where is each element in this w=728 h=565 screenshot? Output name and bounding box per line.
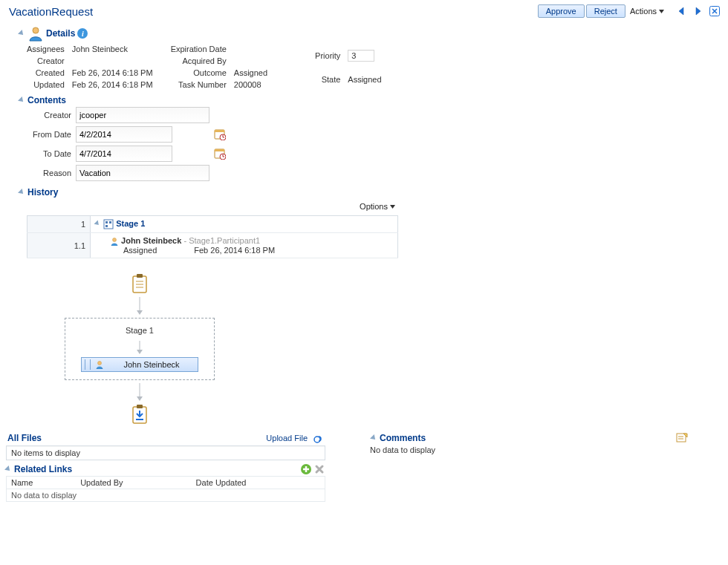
info-icon[interactable]: i <box>77 28 88 39</box>
svg-point-2 <box>33 27 39 33</box>
add-icon[interactable] <box>300 463 312 475</box>
reason-input[interactable] <box>76 165 209 181</box>
tasknum-value: 200008 <box>234 80 267 89</box>
reject-button[interactable]: Reject <box>586 4 625 18</box>
chevron-down-icon <box>390 205 395 209</box>
contents-title: Contents <box>27 95 66 105</box>
svg-rect-16 <box>137 274 143 278</box>
participant-name: John Steinbeck <box>121 236 181 245</box>
created-value: Feb 26, 2014 6:18 PM <box>72 68 153 77</box>
contents-twisty[interactable] <box>18 97 25 104</box>
flow-person-box[interactable]: John Steinbeck <box>81 357 198 372</box>
history-title: History <box>27 187 58 197</box>
outcome-label: Outcome <box>171 68 227 77</box>
row-twisty[interactable] <box>94 221 101 227</box>
col-name[interactable]: Name <box>7 477 77 489</box>
actions-menu[interactable]: Actions <box>627 5 667 17</box>
history-row[interactable]: 1 Stage 1 <box>27 216 398 233</box>
details-title: Details <box>46 28 75 39</box>
related-twisty[interactable] <box>4 466 12 473</box>
flow-stage-label: Stage 1 <box>126 326 154 335</box>
c-creator-label: Creator <box>27 111 71 120</box>
action-bar: Approve Reject Actions <box>538 4 722 18</box>
person-icon <box>110 237 119 246</box>
svg-rect-13 <box>105 225 108 227</box>
arrow-down-icon <box>136 297 143 315</box>
svg-marker-26 <box>137 396 143 401</box>
col-updatedby[interactable]: Updated By <box>76 477 191 489</box>
svg-rect-10 <box>104 220 113 229</box>
chevron-down-icon <box>659 10 664 13</box>
comments-twisty[interactable] <box>370 434 377 442</box>
svg-rect-12 <box>109 221 111 223</box>
updated-value: Feb 26, 2014 6:18 PM <box>72 80 153 89</box>
svg-marker-21 <box>137 310 143 315</box>
files-panel: All Files Upload File No items to displa… <box>6 432 325 502</box>
stage-box: Stage 1 John Steinbeck <box>65 318 215 380</box>
stage-label: Stage 1 <box>116 219 145 228</box>
created-label: Created <box>27 68 65 77</box>
svg-rect-7 <box>215 149 224 151</box>
delete-icon[interactable] <box>313 463 325 475</box>
svg-marker-0 <box>659 10 664 13</box>
arrow-down-icon <box>136 383 143 401</box>
col-dateupdated[interactable]: Date Updated <box>192 477 325 489</box>
svg-point-14 <box>113 238 117 242</box>
svg-rect-4 <box>215 130 224 132</box>
options-label: Options <box>360 202 388 211</box>
calendar-icon[interactable] <box>214 128 229 140</box>
comments-header: Comments <box>370 432 689 444</box>
options-menu[interactable]: Options <box>357 200 398 212</box>
reason-label: Reason <box>27 169 71 177</box>
stage-icon <box>103 219 114 229</box>
details-section: Details i Assignees John Steinbeck Creat… <box>6 25 722 89</box>
person-icon <box>95 360 104 369</box>
details-grid: Assignees John Steinbeck Creator Created… <box>6 42 722 89</box>
c-creator-input[interactable] <box>76 107 209 123</box>
history-header: History <box>6 187 722 197</box>
row-date: Feb 26, 2014 6:18 PM <box>194 246 275 255</box>
person-icon <box>27 25 44 42</box>
assignees-label: Assignees <box>27 45 65 53</box>
comments-panel: Comments No data to display <box>370 432 689 454</box>
svg-rect-28 <box>137 405 143 408</box>
related-empty: No data to display <box>7 489 325 502</box>
approve-button[interactable]: Approve <box>538 4 585 18</box>
history-twisty[interactable] <box>18 189 25 196</box>
state-label: State <box>315 75 340 84</box>
prev-arrow-icon[interactable] <box>675 5 689 17</box>
history-section: History Options 1 Stage 1 1.1 <box>6 187 722 425</box>
calendar-icon[interactable] <box>214 148 229 160</box>
contents-section: Contents Creator From Date To Date Reaso… <box>6 95 722 181</box>
priority-input[interactable]: 3 <box>348 50 374 62</box>
details-twisty[interactable] <box>18 30 25 37</box>
row-number: 1.1 <box>27 233 91 258</box>
from-label: From Date <box>27 130 71 139</box>
next-arrow-icon[interactable] <box>691 5 706 17</box>
drag-handle-icon[interactable] <box>85 359 91 370</box>
attachment-icon[interactable] <box>311 432 324 444</box>
flow-person-name: John Steinbeck <box>108 360 195 369</box>
files-header: All Files Upload File <box>6 432 325 444</box>
close-icon[interactable] <box>707 5 722 17</box>
files-title: All Files <box>7 433 42 443</box>
to-input[interactable] <box>76 146 172 162</box>
assignees-value: John Steinbeck <box>72 45 153 53</box>
row-number: 1 <box>27 216 91 233</box>
details-header: Details i <box>6 25 722 42</box>
history-options-bar: Options <box>27 197 398 215</box>
upload-link[interactable]: Upload File <box>266 434 308 442</box>
updated-label: Updated <box>27 80 65 89</box>
new-comment-icon[interactable] <box>676 432 688 444</box>
contents-grid: Creator From Date To Date Reason <box>6 105 722 181</box>
comments-empty: No data to display <box>370 445 689 454</box>
clipboard-start-icon <box>131 273 149 294</box>
from-input[interactable] <box>76 126 172 143</box>
acquired-label: Acquired By <box>171 56 227 65</box>
expiration-label: Expiration Date <box>171 45 227 53</box>
history-table: 1 Stage 1 1.1 John Steinbeck - Stage1.Pa… <box>27 215 398 258</box>
top-bar: VacationRequest Approve Reject Actions <box>6 3 722 19</box>
history-row[interactable]: 1.1 John Steinbeck - Stage1.Participant1… <box>27 233 398 258</box>
svg-point-24 <box>98 362 102 365</box>
priority-label: Priority <box>315 51 340 60</box>
